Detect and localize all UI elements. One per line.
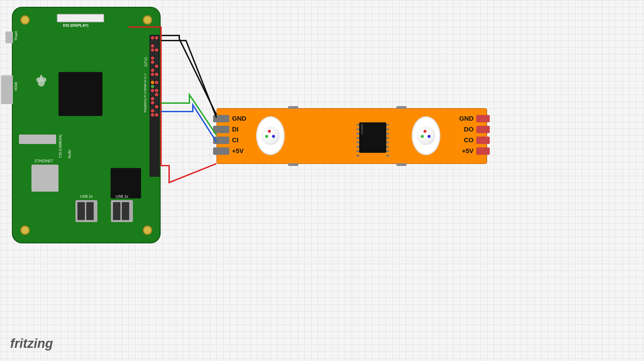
5v-left-label: +5V bbox=[232, 147, 244, 155]
left-connectors: GND DI CI +5V bbox=[213, 115, 246, 155]
dsi-connector bbox=[57, 14, 104, 22]
csi-connector bbox=[19, 135, 56, 144]
usb-port-2 bbox=[111, 200, 133, 222]
di-connector: DI bbox=[213, 126, 246, 133]
wire-blue bbox=[161, 105, 216, 142]
led-dot-g1 bbox=[265, 135, 268, 138]
5v-right-pad bbox=[476, 147, 490, 155]
power-label: Power bbox=[14, 31, 18, 40]
ic-pins-left bbox=[356, 124, 359, 157]
usb-pair-2: USB 2x bbox=[111, 194, 133, 222]
fritzing-logo: fritzing bbox=[10, 336, 53, 351]
ethernet-label: ETHERNET bbox=[35, 159, 53, 163]
led-strip: GND DI CI +5V LPD8806 bbox=[216, 108, 487, 164]
led-dot-g2 bbox=[421, 135, 424, 138]
led-inner-1 bbox=[261, 126, 280, 145]
gnd-left-connector: GND bbox=[213, 115, 246, 122]
co-connector: CO bbox=[464, 137, 490, 144]
cpu-chip bbox=[59, 72, 102, 116]
wire-red bbox=[161, 164, 216, 183]
mount-hole-tl bbox=[20, 15, 30, 25]
co-label: CO bbox=[464, 137, 474, 144]
usb-label-2: USB 2x bbox=[116, 194, 128, 198]
mount-tab-1 bbox=[288, 106, 298, 109]
ic-pins-right bbox=[386, 124, 389, 157]
mount-hole-tr bbox=[143, 15, 152, 25]
ci-pad bbox=[213, 137, 229, 144]
5v-pad bbox=[213, 147, 229, 155]
usb-label-1: USB 2x bbox=[80, 194, 93, 198]
ci-label: CI bbox=[232, 137, 238, 144]
wire-black-2 bbox=[161, 41, 216, 118]
co-pad bbox=[476, 137, 490, 144]
led-dot-r2 bbox=[423, 130, 427, 133]
led-inner-2 bbox=[417, 126, 435, 145]
hdmi-port bbox=[1, 75, 13, 104]
mount-hole-br bbox=[143, 225, 152, 235]
5v-left-connector: +5V bbox=[213, 147, 246, 155]
wire-black bbox=[161, 35, 216, 115]
mount-tab-2 bbox=[288, 163, 298, 166]
usb-port-1 bbox=[75, 200, 97, 222]
gnd-pad bbox=[213, 115, 229, 122]
rpi-model-text: Raspberry Pi 3 Model B v1.2 bbox=[143, 74, 147, 113]
right-connectors: GND DO CO +5V bbox=[459, 115, 490, 155]
usb-socket-1a bbox=[77, 202, 85, 220]
di-label: DI bbox=[232, 126, 238, 133]
led-dot-b1 bbox=[272, 135, 275, 138]
ethernet-port bbox=[31, 165, 59, 192]
main-ic-chip: LPD8806 bbox=[359, 122, 386, 153]
gpio-header bbox=[150, 35, 160, 177]
rpi-board: DSI (DISPLAY) Power HDMI CSI (CAMERA) Au… bbox=[12, 7, 161, 243]
mount-hole-bl bbox=[20, 225, 30, 235]
5v-right-label: +5V bbox=[462, 147, 474, 155]
dsi-label: DSI (DISPLAY) bbox=[63, 23, 88, 27]
gpio-label: GPIO bbox=[144, 57, 148, 67]
power-port bbox=[5, 31, 13, 43]
mount-tab-4 bbox=[396, 163, 407, 166]
gnd-left-label: GND bbox=[232, 115, 246, 122]
hdmi-label: HDMI bbox=[14, 82, 18, 91]
lower-chip bbox=[111, 168, 141, 198]
audio-label: Audio bbox=[68, 150, 71, 159]
csi-label: CSI (CAMERA) bbox=[59, 135, 62, 158]
mount-tab-3 bbox=[396, 106, 407, 109]
usb-pair-1: USB 2x bbox=[75, 194, 97, 222]
do-connector: DO bbox=[464, 126, 490, 133]
usb-socket-2a bbox=[113, 202, 120, 220]
led-module-2 bbox=[412, 116, 440, 155]
rpi-logo bbox=[33, 74, 49, 90]
do-pad bbox=[476, 126, 490, 133]
led-module-1 bbox=[256, 116, 285, 155]
wire-green bbox=[161, 95, 216, 135]
do-label: DO bbox=[464, 126, 474, 133]
usb-socket-1b bbox=[86, 202, 94, 220]
gnd-right-connector: GND bbox=[459, 115, 490, 122]
ci-connector: CI bbox=[213, 137, 246, 144]
di-pad bbox=[213, 126, 229, 133]
gnd-right-label: GND bbox=[459, 115, 474, 122]
chip-label: LPD8806 bbox=[359, 122, 365, 136]
led-dot-r1 bbox=[268, 130, 271, 133]
led-dot-b2 bbox=[428, 135, 431, 138]
gnd-right-pad bbox=[476, 115, 490, 122]
usb-socket-2b bbox=[122, 202, 129, 220]
5v-right-connector: +5V bbox=[462, 147, 490, 155]
usb-group: USB 2x USB 2x bbox=[75, 194, 133, 222]
